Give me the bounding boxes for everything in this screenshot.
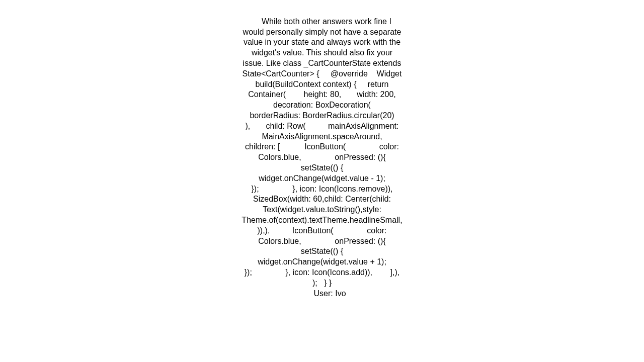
user-name: Ivo — [335, 289, 346, 298]
answer-body-text: While both other answers work fine I wou… — [242, 17, 424, 287]
user-label: User: — [314, 289, 333, 298]
answer-block: While both other answers work fine I wou… — [242, 6, 403, 309]
